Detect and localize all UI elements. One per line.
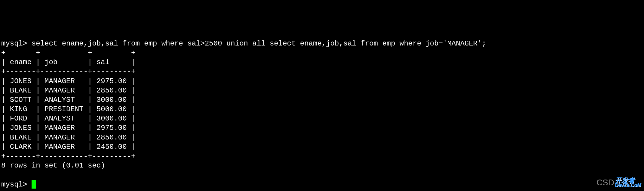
watermark-dev-bottom-text: DevZe.CoM [615, 183, 641, 187]
terminal-output[interactable]: mysql> select ename,job,sal from emp whe… [1, 39, 643, 189]
table-header-row: | ename | job | sal | [1, 58, 135, 66]
result-summary: 8 rows in set (0.01 sec) [1, 161, 105, 170]
sql-query: select ename,job,sal from emp where sal>… [32, 39, 486, 48]
table-row: | KING | PRESIDENT | 5000.00 | [1, 105, 135, 113]
table-border-mid: +-------+-----------+---------+ [1, 67, 135, 76]
watermark: CSD 开发者 DevZe.CoM [596, 177, 641, 188]
watermark-dev-logo: 开发者 DevZe.CoM [615, 178, 641, 187]
mysql-prompt: mysql> [1, 39, 32, 48]
cursor-icon [32, 180, 36, 189]
table-border-bottom: +-------+-----------+---------+ [1, 152, 135, 160]
table-row: | BLAKE | MANAGER | 2850.00 | [1, 133, 135, 142]
table-row: | JONES | MANAGER | 2975.00 | [1, 124, 135, 132]
table-row: | CLARK | MANAGER | 2450.00 | [1, 143, 135, 151]
mysql-prompt: mysql> [1, 180, 32, 189]
table-row: | JONES | MANAGER | 2975.00 | [1, 77, 135, 85]
table-row: | FORD | ANALYST | 3000.00 | [1, 114, 135, 123]
table-row: | BLAKE | MANAGER | 2850.00 | [1, 86, 135, 95]
watermark-csd-text: CSD [596, 177, 614, 188]
table-border-top: +-------+-----------+---------+ [1, 49, 135, 57]
table-row: | SCOTT | ANALYST | 3000.00 | [1, 96, 135, 104]
